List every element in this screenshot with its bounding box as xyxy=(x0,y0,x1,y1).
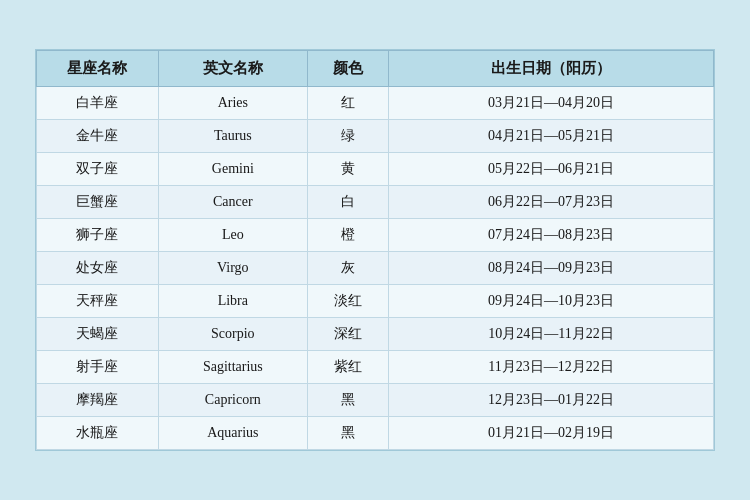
table-row: 狮子座Leo橙07月24日—08月23日 xyxy=(37,219,714,252)
cell-zodiac-english: Gemini xyxy=(158,153,307,186)
cell-zodiac-color: 淡红 xyxy=(307,285,388,318)
header-english: 英文名称 xyxy=(158,51,307,87)
cell-zodiac-color: 黑 xyxy=(307,384,388,417)
header-name: 星座名称 xyxy=(37,51,159,87)
cell-zodiac-date: 08月24日—09月23日 xyxy=(389,252,714,285)
table-row: 天蝎座Scorpio深红10月24日—11月22日 xyxy=(37,318,714,351)
cell-zodiac-english: Aries xyxy=(158,87,307,120)
cell-zodiac-name: 天秤座 xyxy=(37,285,159,318)
header-date: 出生日期（阳历） xyxy=(389,51,714,87)
cell-zodiac-color: 深红 xyxy=(307,318,388,351)
cell-zodiac-color: 紫红 xyxy=(307,351,388,384)
table-row: 射手座Sagittarius紫红11月23日—12月22日 xyxy=(37,351,714,384)
cell-zodiac-english: Scorpio xyxy=(158,318,307,351)
table-row: 摩羯座Capricorn黑12月23日—01月22日 xyxy=(37,384,714,417)
cell-zodiac-english: Cancer xyxy=(158,186,307,219)
cell-zodiac-name: 金牛座 xyxy=(37,120,159,153)
table-row: 白羊座Aries红03月21日—04月20日 xyxy=(37,87,714,120)
table-row: 天秤座Libra淡红09月24日—10月23日 xyxy=(37,285,714,318)
cell-zodiac-name: 狮子座 xyxy=(37,219,159,252)
cell-zodiac-name: 摩羯座 xyxy=(37,384,159,417)
cell-zodiac-color: 白 xyxy=(307,186,388,219)
cell-zodiac-color: 绿 xyxy=(307,120,388,153)
cell-zodiac-name: 巨蟹座 xyxy=(37,186,159,219)
cell-zodiac-name: 天蝎座 xyxy=(37,318,159,351)
header-color: 颜色 xyxy=(307,51,388,87)
cell-zodiac-date: 01月21日—02月19日 xyxy=(389,417,714,450)
cell-zodiac-name: 水瓶座 xyxy=(37,417,159,450)
cell-zodiac-english: Leo xyxy=(158,219,307,252)
cell-zodiac-date: 03月21日—04月20日 xyxy=(389,87,714,120)
cell-zodiac-date: 07月24日—08月23日 xyxy=(389,219,714,252)
cell-zodiac-english: Aquarius xyxy=(158,417,307,450)
cell-zodiac-english: Taurus xyxy=(158,120,307,153)
cell-zodiac-english: Libra xyxy=(158,285,307,318)
cell-zodiac-name: 白羊座 xyxy=(37,87,159,120)
cell-zodiac-date: 09月24日—10月23日 xyxy=(389,285,714,318)
cell-zodiac-color: 黄 xyxy=(307,153,388,186)
table-row: 巨蟹座Cancer白06月22日—07月23日 xyxy=(37,186,714,219)
cell-zodiac-color: 红 xyxy=(307,87,388,120)
cell-zodiac-english: Sagittarius xyxy=(158,351,307,384)
cell-zodiac-color: 黑 xyxy=(307,417,388,450)
cell-zodiac-date: 10月24日—11月22日 xyxy=(389,318,714,351)
cell-zodiac-name: 处女座 xyxy=(37,252,159,285)
cell-zodiac-name: 双子座 xyxy=(37,153,159,186)
zodiac-table: 星座名称 英文名称 颜色 出生日期（阳历） 白羊座Aries红03月21日—04… xyxy=(36,50,714,450)
cell-zodiac-date: 04月21日—05月21日 xyxy=(389,120,714,153)
cell-zodiac-date: 05月22日—06月21日 xyxy=(389,153,714,186)
table-row: 水瓶座Aquarius黑01月21日—02月19日 xyxy=(37,417,714,450)
table-row: 处女座Virgo灰08月24日—09月23日 xyxy=(37,252,714,285)
cell-zodiac-date: 06月22日—07月23日 xyxy=(389,186,714,219)
cell-zodiac-english: Capricorn xyxy=(158,384,307,417)
cell-zodiac-date: 11月23日—12月22日 xyxy=(389,351,714,384)
table-header-row: 星座名称 英文名称 颜色 出生日期（阳历） xyxy=(37,51,714,87)
table-row: 金牛座Taurus绿04月21日—05月21日 xyxy=(37,120,714,153)
cell-zodiac-color: 灰 xyxy=(307,252,388,285)
cell-zodiac-date: 12月23日—01月22日 xyxy=(389,384,714,417)
cell-zodiac-color: 橙 xyxy=(307,219,388,252)
zodiac-table-container: 星座名称 英文名称 颜色 出生日期（阳历） 白羊座Aries红03月21日—04… xyxy=(35,49,715,451)
table-row: 双子座Gemini黄05月22日—06月21日 xyxy=(37,153,714,186)
cell-zodiac-english: Virgo xyxy=(158,252,307,285)
cell-zodiac-name: 射手座 xyxy=(37,351,159,384)
